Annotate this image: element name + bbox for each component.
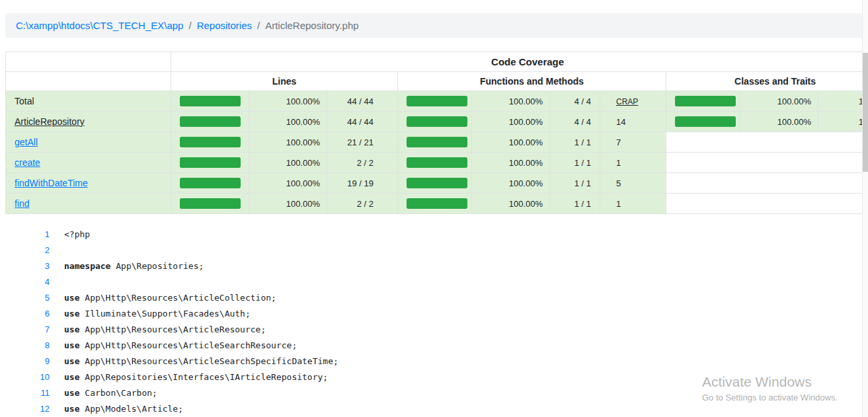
functions-count: 4 / 4 <box>550 112 600 132</box>
lines-percent: 100.00% <box>249 112 327 132</box>
breadcrumb-current: ArticleRepository.php <box>265 20 358 31</box>
classes-percent: 100.00% <box>740 91 818 112</box>
header-row-groups: Lines Functions and Methods Classes and … <box>6 72 868 91</box>
functions-percent: 100.00% <box>472 132 550 153</box>
functions-count: 4 / 4 <box>550 91 600 112</box>
method-link-create[interactable]: create <box>15 157 40 168</box>
code-line: 1<?php <box>0 227 868 243</box>
line-number[interactable]: 6 <box>0 306 64 322</box>
lines-percent: 100.00% <box>249 153 327 173</box>
table-row-total: Total 100.00% 44 / 44 100.00% 4 / 4 CRAP… <box>6 91 868 112</box>
functions-count: 1 / 1 <box>550 194 600 214</box>
classes-percent: 100.00% <box>740 112 818 132</box>
classes-header: Classes and Traits <box>666 72 868 91</box>
lines-coverage-bar <box>180 157 241 168</box>
breadcrumb-link-repositories[interactable]: Repositories <box>197 20 252 31</box>
classes-empty-cell <box>666 194 868 214</box>
lines-percent: 100.00% <box>249 91 327 112</box>
functions-percent: 100.00% <box>472 112 550 132</box>
classes-empty-cell <box>666 132 868 153</box>
lines-count: 21 / 21 <box>327 132 398 153</box>
lines-coverage-bar <box>180 178 241 188</box>
line-number[interactable]: 12 <box>0 401 64 417</box>
functions-coverage-bar <box>407 96 467 106</box>
crap-value: 7 <box>600 132 666 153</box>
method-link-find[interactable]: find <box>15 198 30 209</box>
lines-count: 2 / 2 <box>327 194 398 214</box>
table-row-method: create 100.00% 2 / 2 100.00% 1 / 1 1 <box>6 153 868 173</box>
functions-coverage-bar <box>407 137 467 147</box>
header-row-title: Code Coverage <box>6 52 868 72</box>
line-number[interactable]: 10 <box>0 369 64 385</box>
source-code: 1<?php 2 3namespace App\Repositories; 4 … <box>0 227 868 417</box>
code-line: 8use App\Http\Resources\ArticleSearchRes… <box>0 338 868 354</box>
crap-link[interactable]: CRAP <box>616 97 638 106</box>
code-line: 6use Illuminate\Support\Facades\Auth; <box>0 306 868 322</box>
method-link-findwithdatetime[interactable]: findWithDateTime <box>15 178 88 188</box>
code-line: 9use App\Http\Resources\ArticleSearchSpe… <box>0 354 868 369</box>
crap-value: 14 <box>600 112 666 132</box>
functions-count: 1 / 1 <box>550 173 600 194</box>
lines-count: 19 / 19 <box>327 173 398 194</box>
lines-coverage-bar <box>180 137 241 147</box>
method-link-getall[interactable]: getAll <box>15 137 38 147</box>
crap-value: 1 <box>600 194 666 214</box>
crap-value: 1 <box>600 153 666 173</box>
code-line: 10use App\Repositories\Interfaces\IArtic… <box>0 369 868 385</box>
code-line: 2 <box>0 243 868 258</box>
code-line: 12use App\Models\Article; <box>0 401 868 417</box>
scrollbar[interactable] <box>862 0 868 417</box>
lines-count: 44 / 44 <box>327 91 398 112</box>
line-number[interactable]: 11 <box>0 385 64 401</box>
code-line: 4 <box>0 274 868 290</box>
functions-percent: 100.00% <box>472 173 550 194</box>
functions-header: Functions and Methods <box>398 72 666 91</box>
code-line: 11use Carbon\Carbon; <box>0 385 868 401</box>
lines-coverage-bar <box>180 96 241 106</box>
table-row-method: findWithDateTime 100.00% 19 / 19 100.00%… <box>6 173 868 194</box>
line-number[interactable]: 3 <box>0 258 64 274</box>
coverage-table: Code Coverage Lines Functions and Method… <box>5 52 868 214</box>
breadcrumb-separator: / <box>183 20 196 31</box>
lines-coverage-bar <box>180 198 241 209</box>
code-coverage-header: Code Coverage <box>171 52 868 72</box>
lines-count: 2 / 2 <box>327 153 398 173</box>
functions-percent: 100.00% <box>472 194 550 214</box>
crap-value: 5 <box>600 173 666 194</box>
functions-coverage-bar <box>407 116 467 127</box>
code-line: 5use App\Http\Resources\ArticleCollectio… <box>0 290 868 306</box>
line-number[interactable]: 4 <box>0 274 64 290</box>
lines-percent: 100.00% <box>249 173 327 194</box>
header-empty-cell <box>6 72 171 91</box>
row-name-total: Total <box>6 91 171 112</box>
functions-percent: 100.00% <box>472 91 550 112</box>
line-number[interactable]: 7 <box>0 322 64 338</box>
lines-count: 44 / 44 <box>327 112 398 132</box>
lines-coverage-bar <box>180 116 241 127</box>
classes-empty-cell <box>666 173 868 194</box>
coverage-report: Code Coverage Lines Functions and Method… <box>5 52 868 214</box>
code-line: 3namespace App\Repositories; <box>0 258 868 274</box>
breadcrumb-link-app[interactable]: C:\xampp\htdocs\CTS_TECH_EX\app <box>16 20 183 31</box>
classes-coverage-bar <box>675 96 736 106</box>
line-number[interactable]: 2 <box>0 243 64 258</box>
header-empty-cell <box>6 52 171 72</box>
table-row-method: getAll 100.00% 21 / 21 100.00% 1 / 1 7 <box>6 132 868 153</box>
table-row-method: find 100.00% 2 / 2 100.00% 1 / 1 1 <box>6 194 868 214</box>
lines-percent: 100.00% <box>249 194 327 214</box>
classes-empty-cell <box>666 153 868 173</box>
line-number[interactable]: 5 <box>0 290 64 306</box>
breadcrumb-separator: / <box>252 20 265 31</box>
class-link-articlerepository[interactable]: ArticleRepository <box>15 116 85 127</box>
line-number[interactable]: 1 <box>0 227 64 243</box>
lines-percent: 100.00% <box>249 132 327 153</box>
scrollbar-thumb[interactable] <box>863 53 868 172</box>
line-number[interactable]: 9 <box>0 354 64 369</box>
line-number[interactable]: 8 <box>0 338 64 354</box>
breadcrumb: C:\xampp\htdocs\CTS_TECH_EX\app / Reposi… <box>5 13 863 38</box>
classes-count: 1 / 1 <box>818 91 868 112</box>
functions-coverage-bar <box>407 157 467 168</box>
functions-count: 1 / 1 <box>550 153 600 173</box>
classes-count: 1 / 1 <box>818 112 868 132</box>
lines-header: Lines <box>171 72 398 91</box>
